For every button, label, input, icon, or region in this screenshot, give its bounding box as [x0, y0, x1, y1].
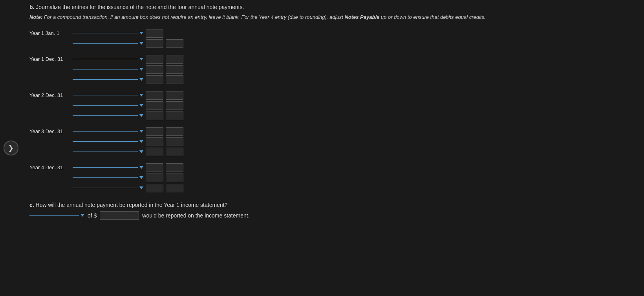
credit-input-y2d31-r2[interactable] — [166, 101, 183, 110]
dropdown-line — [73, 79, 138, 80]
account-dropdown-y1d31-r1[interactable] — [73, 58, 143, 60]
dropdown-line — [73, 59, 138, 59]
account-dropdown-y1d31-r3[interactable] — [73, 78, 143, 81]
journal-year1-jan1: Year 1 Jan. 1 — [29, 29, 636, 48]
account-dropdown-y3d31-r3[interactable] — [73, 150, 143, 153]
journal-row — [73, 39, 636, 48]
debit-input-y1j1-r1[interactable] — [146, 29, 163, 38]
dropdown-arrow-icon[interactable] — [139, 68, 143, 71]
note-body-1: For a compound transaction, if an amount… — [44, 14, 345, 20]
section-c: c. How will the annual note payment be r… — [29, 202, 636, 220]
section-b-heading: Journalize the entries for the issuance … — [36, 4, 244, 10]
debit-input-y1d31-r1[interactable] — [146, 55, 163, 64]
section-c-row: of $ would be reported on the income sta… — [29, 211, 636, 220]
debit-input-y3d31-r1[interactable] — [146, 127, 163, 136]
dropdown-line — [73, 177, 138, 178]
credit-input-y1d31-r1[interactable] — [166, 55, 183, 64]
dropdown-line — [73, 95, 138, 95]
date-label-y4d31: Year 4 Dec. 31 — [29, 164, 73, 170]
dropdown-arrow-icon[interactable] — [139, 104, 143, 107]
credit-input-y4d31-r2[interactable] — [166, 174, 183, 182]
debit-input-y4d31-r2[interactable] — [146, 174, 163, 182]
section-c-dropdown[interactable] — [29, 214, 84, 217]
debit-input-y1d31-r2[interactable] — [146, 65, 163, 74]
section-c-bold: c. — [29, 202, 34, 208]
account-dropdown-y4d31-r2[interactable] — [73, 176, 143, 179]
section-c-heading: How will the annual note payment be repo… — [36, 202, 228, 208]
journal-row — [73, 148, 636, 156]
credit-input-y1d31-r3[interactable] — [166, 75, 183, 84]
section-b-title: b. Journalize the entries for the issuan… — [29, 4, 636, 10]
dropdown-arrow-icon[interactable] — [139, 130, 143, 133]
journal-year3-dec31: Year 3 Dec. 31 — [29, 127, 636, 156]
dropdown-arrow-icon[interactable] — [80, 214, 84, 217]
account-dropdown-y1j1-r2[interactable] — [73, 42, 143, 45]
debit-input-y3d31-r2[interactable] — [146, 137, 163, 146]
dropdown-line — [73, 167, 138, 168]
journal-row — [73, 137, 636, 146]
date-label-y1d31: Year 1 Dec. 31 — [29, 56, 73, 62]
dropdown-arrow-icon[interactable] — [139, 32, 143, 35]
dropdown-arrow-icon[interactable] — [139, 42, 143, 45]
dropdown-line — [73, 141, 138, 142]
journal-row: Year 1 Jan. 1 — [29, 29, 636, 38]
account-dropdown-y1j1-r1[interactable] — [73, 32, 143, 35]
journal-row: Year 2 Dec. 31 — [29, 91, 636, 100]
debit-input-y4d31-r3[interactable] — [146, 184, 163, 192]
account-dropdown-y4d31-r1[interactable] — [73, 166, 143, 169]
journal-year1-dec31: Year 1 Dec. 31 — [29, 55, 636, 84]
journal-row — [73, 174, 636, 182]
credit-input-y3d31-r2[interactable] — [166, 137, 183, 146]
credit-input-y1d31-r2[interactable] — [166, 65, 183, 74]
dropdown-arrow-icon[interactable] — [139, 176, 143, 179]
note-body-2: up or down to ensure that debits equal c… — [379, 14, 485, 20]
account-dropdown-y2d31-r1[interactable] — [73, 94, 143, 97]
dropdown-arrow-icon[interactable] — [139, 140, 143, 143]
credit-input-y4d31-r1[interactable] — [166, 163, 183, 172]
account-dropdown-y3d31-r1[interactable] — [73, 130, 143, 133]
account-dropdown-y4d31-r3[interactable] — [73, 186, 143, 189]
dropdown-arrow-icon[interactable] — [139, 186, 143, 189]
date-label-y1j1: Year 1 Jan. 1 — [29, 30, 73, 36]
next-arrow-button[interactable]: ❯ — [4, 141, 18, 155]
credit-input-y2d31-r3[interactable] — [166, 111, 183, 120]
journal-row — [73, 111, 636, 120]
date-label-y2d31: Year 2 Dec. 31 — [29, 92, 73, 98]
dropdown-arrow-icon[interactable] — [139, 166, 143, 169]
dropdown-arrow-icon[interactable] — [139, 78, 143, 81]
section-b-bold: b. — [29, 4, 34, 10]
debit-input-y1j1-r2[interactable] — [146, 39, 163, 48]
credit-input-y3d31-r1[interactable] — [166, 127, 183, 136]
credit-input-y3d31-r3[interactable] — [166, 148, 183, 156]
debit-input-y2d31-r1[interactable] — [146, 91, 163, 100]
dropdown-arrow-icon[interactable] — [139, 58, 143, 60]
debit-input-y2d31-r3[interactable] — [146, 111, 163, 120]
credit-input-y2d31-r1[interactable] — [166, 91, 183, 100]
journal-year4-dec31: Year 4 Dec. 31 — [29, 163, 636, 192]
notes-payable-label: Notes Payable — [344, 14, 379, 20]
dropdown-line — [73, 43, 138, 44]
debit-input-y1d31-r3[interactable] — [146, 75, 163, 84]
date-label-y3d31: Year 3 Dec. 31 — [29, 128, 73, 134]
dropdown-arrow-icon[interactable] — [139, 94, 143, 97]
dropdown-line — [73, 131, 138, 132]
credit-input-y1j1-r2[interactable] — [166, 39, 183, 48]
journal-row — [73, 184, 636, 192]
dropdown-arrow-icon[interactable] — [139, 114, 143, 117]
debit-input-y2d31-r2[interactable] — [146, 101, 163, 110]
dropdown-line — [73, 33, 138, 33]
account-dropdown-y2d31-r3[interactable] — [73, 114, 143, 117]
debit-input-y4d31-r1[interactable] — [146, 163, 163, 172]
account-dropdown-y3d31-r2[interactable] — [73, 140, 143, 143]
debit-input-y3d31-r3[interactable] — [146, 148, 163, 156]
dropdown-arrow-icon[interactable] — [139, 150, 143, 153]
dropdown-line — [29, 215, 79, 216]
dollar-amount-input[interactable] — [100, 211, 139, 220]
credit-input-y4d31-r3[interactable] — [166, 184, 183, 192]
account-dropdown-y2d31-r2[interactable] — [73, 104, 143, 107]
main-content: b. Journalize the entries for the issuan… — [22, 0, 644, 296]
dropdown-line — [73, 152, 138, 152]
journal-row — [73, 65, 636, 74]
trailing-text: would be reported on the income statemen… — [142, 212, 249, 219]
account-dropdown-y1d31-r2[interactable] — [73, 68, 143, 71]
